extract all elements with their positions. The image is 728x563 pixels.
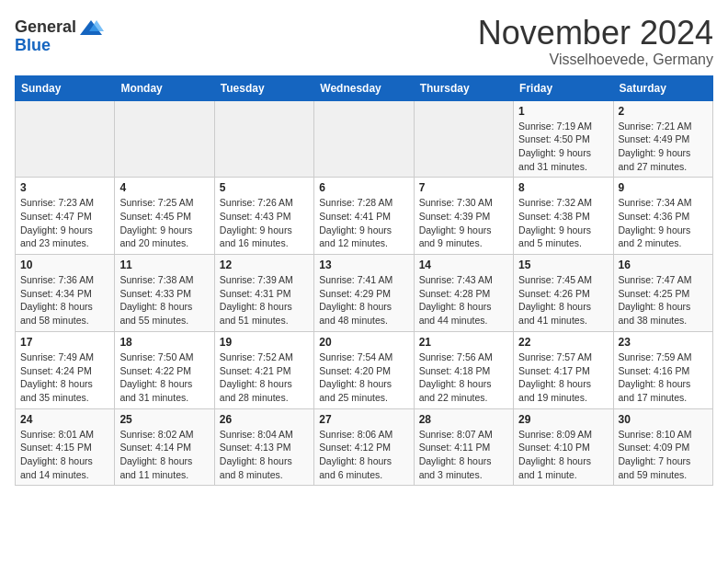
day-number: 10 bbox=[20, 259, 109, 271]
day-detail: Sunrise: 7:23 AM Sunset: 4:47 PM Dayligh… bbox=[20, 196, 109, 250]
day-detail: Sunrise: 7:52 AM Sunset: 4:21 PM Dayligh… bbox=[220, 350, 309, 405]
calendar-cell: 12Sunrise: 7:39 AM Sunset: 4:31 PM Dayli… bbox=[214, 255, 313, 332]
day-detail: Sunrise: 7:38 AM Sunset: 4:33 PM Dayligh… bbox=[119, 273, 209, 327]
header-saturday: Saturday bbox=[613, 75, 712, 100]
day-number: 16 bbox=[619, 259, 708, 271]
logo: General Blue bbox=[15, 15, 104, 55]
title-block: November 2024 Visselhoevede, Germany bbox=[478, 15, 713, 68]
day-detail: Sunrise: 7:19 AM Sunset: 4:50 PM Dayligh… bbox=[518, 120, 608, 174]
day-number: 14 bbox=[419, 259, 508, 271]
calendar-week-3: 10Sunrise: 7:36 AM Sunset: 4:34 PM Dayli… bbox=[16, 255, 713, 332]
day-number: 18 bbox=[119, 336, 209, 349]
calendar-cell: 13Sunrise: 7:41 AM Sunset: 4:29 PM Dayli… bbox=[314, 255, 414, 332]
calendar-cell: 27Sunrise: 8:06 AM Sunset: 4:12 PM Dayli… bbox=[314, 408, 414, 486]
day-number: 28 bbox=[419, 413, 508, 426]
calendar-cell: 1Sunrise: 7:19 AM Sunset: 4:50 PM Daylig… bbox=[514, 100, 613, 178]
calendar-cell: 25Sunrise: 8:02 AM Sunset: 4:14 PM Dayli… bbox=[115, 408, 214, 486]
day-number: 27 bbox=[319, 413, 408, 426]
day-detail: Sunrise: 8:06 AM Sunset: 4:12 PM Dayligh… bbox=[319, 428, 408, 482]
calendar-cell: 6Sunrise: 7:28 AM Sunset: 4:41 PM Daylig… bbox=[314, 178, 414, 255]
page-header: General Blue November 2024 Visselhoevede… bbox=[15, 15, 713, 68]
day-detail: Sunrise: 7:32 AM Sunset: 4:38 PM Dayligh… bbox=[518, 196, 608, 250]
calendar-cell: 4Sunrise: 7:25 AM Sunset: 4:45 PM Daylig… bbox=[115, 178, 214, 255]
calendar-table: Sunday Monday Tuesday Wednesday Thursday… bbox=[15, 75, 713, 487]
day-detail: Sunrise: 7:45 AM Sunset: 4:26 PM Dayligh… bbox=[518, 273, 608, 327]
day-number: 23 bbox=[619, 336, 708, 349]
day-detail: Sunrise: 8:09 AM Sunset: 4:10 PM Dayligh… bbox=[518, 428, 608, 482]
calendar-cell: 7Sunrise: 7:30 AM Sunset: 4:39 PM Daylig… bbox=[414, 178, 513, 255]
day-number: 15 bbox=[518, 259, 608, 271]
calendar-week-5: 24Sunrise: 8:01 AM Sunset: 4:15 PM Dayli… bbox=[16, 408, 713, 486]
calendar-cell: 19Sunrise: 7:52 AM Sunset: 4:21 PM Dayli… bbox=[214, 331, 313, 408]
day-number: 1 bbox=[518, 105, 608, 118]
day-detail: Sunrise: 7:28 AM Sunset: 4:41 PM Dayligh… bbox=[319, 196, 408, 250]
logo-general-text: General bbox=[15, 18, 76, 37]
day-number: 8 bbox=[518, 181, 608, 194]
calendar-cell: 2Sunrise: 7:21 AM Sunset: 4:49 PM Daylig… bbox=[613, 100, 712, 178]
calendar-cell: 9Sunrise: 7:34 AM Sunset: 4:36 PM Daylig… bbox=[613, 178, 712, 255]
header-tuesday: Tuesday bbox=[214, 75, 313, 100]
day-detail: Sunrise: 7:36 AM Sunset: 4:34 PM Dayligh… bbox=[20, 273, 109, 327]
calendar-cell: 14Sunrise: 7:43 AM Sunset: 4:28 PM Dayli… bbox=[414, 255, 513, 332]
header-monday: Monday bbox=[115, 75, 214, 100]
calendar-cell: 11Sunrise: 7:38 AM Sunset: 4:33 PM Dayli… bbox=[115, 255, 214, 332]
calendar-cell: 26Sunrise: 8:04 AM Sunset: 4:13 PM Dayli… bbox=[214, 408, 313, 486]
day-number: 4 bbox=[119, 181, 209, 194]
day-number: 2 bbox=[619, 105, 708, 118]
logo-blue-text: Blue bbox=[15, 36, 51, 54]
day-number: 5 bbox=[220, 181, 309, 194]
calendar-cell: 17Sunrise: 7:49 AM Sunset: 4:24 PM Dayli… bbox=[16, 331, 115, 408]
day-number: 20 bbox=[319, 336, 408, 349]
calendar-cell: 21Sunrise: 7:56 AM Sunset: 4:18 PM Dayli… bbox=[414, 331, 513, 408]
day-number: 21 bbox=[419, 336, 508, 349]
day-detail: Sunrise: 7:26 AM Sunset: 4:43 PM Dayligh… bbox=[220, 196, 309, 250]
calendar-cell: 24Sunrise: 8:01 AM Sunset: 4:15 PM Dayli… bbox=[16, 408, 115, 486]
day-number: 19 bbox=[220, 336, 309, 349]
day-number: 26 bbox=[220, 413, 309, 426]
month-title: November 2024 bbox=[478, 15, 713, 52]
day-detail: Sunrise: 7:49 AM Sunset: 4:24 PM Dayligh… bbox=[20, 350, 109, 405]
calendar-cell bbox=[115, 100, 214, 178]
day-number: 13 bbox=[319, 259, 408, 271]
day-detail: Sunrise: 8:01 AM Sunset: 4:15 PM Dayligh… bbox=[20, 428, 109, 482]
calendar-cell: 20Sunrise: 7:54 AM Sunset: 4:20 PM Dayli… bbox=[314, 331, 414, 408]
calendar-cell: 15Sunrise: 7:45 AM Sunset: 4:26 PM Dayli… bbox=[514, 255, 613, 332]
header-row: Sunday Monday Tuesday Wednesday Thursday… bbox=[16, 75, 713, 100]
day-number: 17 bbox=[20, 336, 109, 349]
day-detail: Sunrise: 7:50 AM Sunset: 4:22 PM Dayligh… bbox=[119, 350, 209, 405]
calendar-cell bbox=[16, 100, 115, 178]
day-number: 22 bbox=[518, 336, 608, 349]
calendar-cell: 23Sunrise: 7:59 AM Sunset: 4:16 PM Dayli… bbox=[613, 331, 712, 408]
day-detail: Sunrise: 8:07 AM Sunset: 4:11 PM Dayligh… bbox=[419, 428, 508, 482]
day-number: 25 bbox=[119, 413, 209, 426]
calendar-cell bbox=[414, 100, 513, 178]
calendar-week-2: 3Sunrise: 7:23 AM Sunset: 4:47 PM Daylig… bbox=[16, 178, 713, 255]
day-detail: Sunrise: 7:41 AM Sunset: 4:29 PM Dayligh… bbox=[319, 273, 408, 327]
header-wednesday: Wednesday bbox=[314, 75, 414, 100]
header-sunday: Sunday bbox=[16, 75, 115, 100]
calendar-cell: 8Sunrise: 7:32 AM Sunset: 4:38 PM Daylig… bbox=[514, 178, 613, 255]
calendar-cell: 22Sunrise: 7:57 AM Sunset: 4:17 PM Dayli… bbox=[514, 331, 613, 408]
day-number: 11 bbox=[119, 259, 209, 271]
day-number: 7 bbox=[419, 181, 508, 194]
calendar-cell: 5Sunrise: 7:26 AM Sunset: 4:43 PM Daylig… bbox=[214, 178, 313, 255]
day-number: 24 bbox=[20, 413, 109, 426]
day-detail: Sunrise: 7:59 AM Sunset: 4:16 PM Dayligh… bbox=[619, 350, 708, 405]
calendar-body: 1Sunrise: 7:19 AM Sunset: 4:50 PM Daylig… bbox=[16, 100, 713, 486]
calendar-header: Sunday Monday Tuesday Wednesday Thursday… bbox=[16, 75, 713, 100]
day-detail: Sunrise: 8:02 AM Sunset: 4:14 PM Dayligh… bbox=[119, 428, 209, 482]
day-number: 30 bbox=[619, 413, 708, 426]
day-detail: Sunrise: 7:25 AM Sunset: 4:45 PM Dayligh… bbox=[119, 196, 209, 250]
day-detail: Sunrise: 7:56 AM Sunset: 4:18 PM Dayligh… bbox=[419, 350, 508, 405]
logo-icon bbox=[78, 18, 104, 37]
calendar-cell: 28Sunrise: 8:07 AM Sunset: 4:11 PM Dayli… bbox=[414, 408, 513, 486]
day-number: 9 bbox=[619, 181, 708, 194]
header-friday: Friday bbox=[514, 75, 613, 100]
calendar-cell: 18Sunrise: 7:50 AM Sunset: 4:22 PM Dayli… bbox=[115, 331, 214, 408]
day-number: 3 bbox=[20, 181, 109, 194]
day-detail: Sunrise: 8:04 AM Sunset: 4:13 PM Dayligh… bbox=[220, 428, 309, 482]
day-detail: Sunrise: 7:39 AM Sunset: 4:31 PM Dayligh… bbox=[220, 273, 309, 327]
calendar-week-1: 1Sunrise: 7:19 AM Sunset: 4:50 PM Daylig… bbox=[16, 100, 713, 178]
day-detail: Sunrise: 7:30 AM Sunset: 4:39 PM Dayligh… bbox=[419, 196, 508, 250]
day-detail: Sunrise: 7:47 AM Sunset: 4:25 PM Dayligh… bbox=[619, 273, 708, 327]
